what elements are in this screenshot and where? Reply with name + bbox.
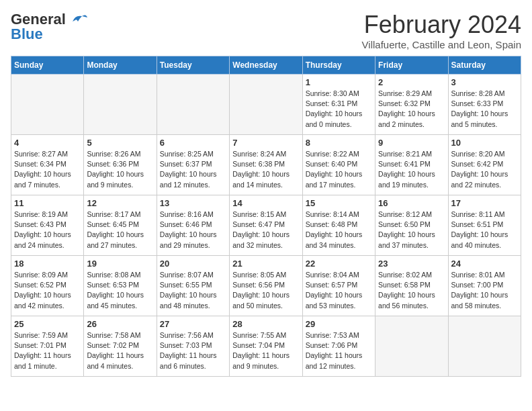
weekday-header-tuesday: Tuesday (157, 56, 229, 75)
weekday-header-sunday: Sunday (11, 56, 84, 75)
calendar-table: SundayMondayTuesdayWednesdayThursdayFrid… (11, 56, 521, 377)
day-cell: 12Sunrise: 8:17 AM Sunset: 6:45 PM Dayli… (84, 195, 157, 256)
day-cell: 3Sunrise: 8:28 AM Sunset: 6:33 PM Daylig… (448, 75, 521, 135)
day-number: 18 (14, 259, 81, 269)
day-info: Sunrise: 8:14 AM Sunset: 6:48 PM Dayligh… (306, 210, 372, 250)
day-cell: 17Sunrise: 8:11 AM Sunset: 6:51 PM Dayli… (448, 195, 521, 256)
day-info: Sunrise: 8:02 AM Sunset: 6:58 PM Dayligh… (378, 270, 445, 311)
day-number: 14 (232, 198, 299, 208)
day-number: 25 (14, 319, 81, 329)
week-row-5: 25Sunrise: 7:59 AM Sunset: 7:01 PM Dayli… (11, 316, 521, 377)
week-row-1: 1Sunrise: 8:30 AM Sunset: 6:31 PM Daylig… (11, 75, 521, 135)
day-number: 21 (232, 259, 299, 269)
week-row-3: 11Sunrise: 8:19 AM Sunset: 6:43 PM Dayli… (11, 195, 521, 256)
day-cell: 2Sunrise: 8:29 AM Sunset: 6:32 PM Daylig… (375, 75, 448, 135)
day-number: 22 (306, 259, 372, 269)
day-info: Sunrise: 8:04 AM Sunset: 6:57 PM Dayligh… (306, 270, 372, 311)
day-number: 1 (306, 77, 372, 87)
day-cell (230, 75, 302, 135)
title-area: February 2024 Villafuerte, Castille and … (362, 11, 521, 50)
day-cell: 10Sunrise: 8:20 AM Sunset: 6:42 PM Dayli… (448, 135, 521, 195)
header: General Blue February 2024 Villafuerte, … (11, 11, 521, 50)
weekday-header-monday: Monday (84, 56, 157, 75)
day-info: Sunrise: 8:12 AM Sunset: 6:50 PM Dayligh… (378, 210, 445, 250)
day-cell: 27Sunrise: 7:56 AM Sunset: 7:03 PM Dayli… (157, 316, 229, 377)
weekday-header-friday: Friday (375, 56, 448, 75)
day-cell (11, 75, 84, 135)
day-info: Sunrise: 7:56 AM Sunset: 7:03 PM Dayligh… (160, 330, 226, 371)
day-info: Sunrise: 8:29 AM Sunset: 6:32 PM Dayligh… (378, 89, 445, 130)
day-cell: 7Sunrise: 8:24 AM Sunset: 6:38 PM Daylig… (230, 135, 302, 195)
day-number: 8 (306, 138, 372, 148)
day-number: 17 (451, 198, 518, 208)
day-number: 27 (160, 319, 226, 329)
day-cell: 24Sunrise: 8:01 AM Sunset: 7:00 PM Dayli… (448, 256, 521, 316)
day-cell (84, 75, 157, 135)
day-cell (375, 316, 448, 377)
weekday-header-row: SundayMondayTuesdayWednesdayThursdayFrid… (11, 56, 521, 75)
day-info: Sunrise: 8:05 AM Sunset: 6:56 PM Dayligh… (232, 270, 299, 311)
day-cell: 13Sunrise: 8:16 AM Sunset: 6:46 PM Dayli… (157, 195, 229, 256)
day-cell: 9Sunrise: 8:21 AM Sunset: 6:41 PM Daylig… (375, 135, 448, 195)
day-cell: 15Sunrise: 8:14 AM Sunset: 6:48 PM Dayli… (302, 195, 375, 256)
day-cell: 21Sunrise: 8:05 AM Sunset: 6:56 PM Dayli… (230, 256, 302, 316)
day-number: 19 (87, 259, 153, 269)
day-cell: 29Sunrise: 7:53 AM Sunset: 7:06 PM Dayli… (302, 316, 375, 377)
day-number: 20 (160, 259, 226, 269)
day-number: 23 (378, 259, 445, 269)
day-info: Sunrise: 7:53 AM Sunset: 7:06 PM Dayligh… (306, 330, 372, 371)
day-info: Sunrise: 7:58 AM Sunset: 7:02 PM Dayligh… (87, 330, 153, 371)
calendar-title: February 2024 (362, 11, 521, 39)
day-info: Sunrise: 8:30 AM Sunset: 6:31 PM Dayligh… (306, 89, 372, 130)
day-info: Sunrise: 8:01 AM Sunset: 7:00 PM Dayligh… (451, 270, 518, 311)
day-cell: 19Sunrise: 8:08 AM Sunset: 6:53 PM Dayli… (84, 256, 157, 316)
day-info: Sunrise: 8:08 AM Sunset: 6:53 PM Dayligh… (87, 270, 153, 311)
day-cell: 22Sunrise: 8:04 AM Sunset: 6:57 PM Dayli… (302, 256, 375, 316)
day-info: Sunrise: 8:27 AM Sunset: 6:34 PM Dayligh… (14, 149, 81, 190)
day-number: 26 (87, 319, 153, 329)
day-info: Sunrise: 8:17 AM Sunset: 6:45 PM Dayligh… (87, 210, 153, 250)
logo-blue-text: Blue (11, 26, 43, 43)
day-info: Sunrise: 8:26 AM Sunset: 6:36 PM Dayligh… (87, 149, 153, 190)
day-info: Sunrise: 8:21 AM Sunset: 6:41 PM Dayligh… (378, 149, 445, 190)
weekday-header-wednesday: Wednesday (230, 56, 302, 75)
day-info: Sunrise: 8:25 AM Sunset: 6:37 PM Dayligh… (160, 149, 226, 190)
day-number: 4 (14, 138, 81, 148)
day-cell (157, 75, 229, 135)
day-number: 29 (306, 319, 372, 329)
day-number: 11 (14, 198, 81, 208)
day-cell: 5Sunrise: 8:26 AM Sunset: 6:36 PM Daylig… (84, 135, 157, 195)
day-info: Sunrise: 8:20 AM Sunset: 6:42 PM Dayligh… (451, 149, 518, 190)
day-info: Sunrise: 8:28 AM Sunset: 6:33 PM Dayligh… (451, 89, 518, 130)
calendar-subtitle: Villafuerte, Castille and Leon, Spain (362, 39, 521, 50)
day-cell: 23Sunrise: 8:02 AM Sunset: 6:58 PM Dayli… (375, 256, 448, 316)
day-cell: 1Sunrise: 8:30 AM Sunset: 6:31 PM Daylig… (302, 75, 375, 135)
day-cell: 4Sunrise: 8:27 AM Sunset: 6:34 PM Daylig… (11, 135, 84, 195)
day-info: Sunrise: 8:11 AM Sunset: 6:51 PM Dayligh… (451, 210, 518, 250)
day-info: Sunrise: 8:24 AM Sunset: 6:38 PM Dayligh… (232, 149, 299, 190)
week-row-4: 18Sunrise: 8:09 AM Sunset: 6:52 PM Dayli… (11, 256, 521, 316)
day-info: Sunrise: 8:19 AM Sunset: 6:43 PM Dayligh… (14, 210, 81, 250)
day-info: Sunrise: 8:16 AM Sunset: 6:46 PM Dayligh… (160, 210, 226, 250)
day-number: 13 (160, 198, 226, 208)
week-row-2: 4Sunrise: 8:27 AM Sunset: 6:34 PM Daylig… (11, 135, 521, 195)
day-number: 3 (451, 77, 518, 87)
day-info: Sunrise: 8:22 AM Sunset: 6:40 PM Dayligh… (306, 149, 372, 190)
day-cell: 14Sunrise: 8:15 AM Sunset: 6:47 PM Dayli… (230, 195, 302, 256)
day-number: 24 (451, 259, 518, 269)
day-number: 6 (160, 138, 226, 148)
day-number: 9 (378, 138, 445, 148)
logo-bird-icon (69, 12, 87, 27)
day-cell: 26Sunrise: 7:58 AM Sunset: 7:02 PM Dayli… (84, 316, 157, 377)
day-number: 15 (306, 198, 372, 208)
day-info: Sunrise: 8:07 AM Sunset: 6:55 PM Dayligh… (160, 270, 226, 311)
day-cell: 8Sunrise: 8:22 AM Sunset: 6:40 PM Daylig… (302, 135, 375, 195)
day-cell: 25Sunrise: 7:59 AM Sunset: 7:01 PM Dayli… (11, 316, 84, 377)
weekday-header-thursday: Thursday (302, 56, 375, 75)
day-cell: 11Sunrise: 8:19 AM Sunset: 6:43 PM Dayli… (11, 195, 84, 256)
day-info: Sunrise: 8:09 AM Sunset: 6:52 PM Dayligh… (14, 270, 81, 311)
day-number: 12 (87, 198, 153, 208)
day-info: Sunrise: 7:55 AM Sunset: 7:04 PM Dayligh… (232, 330, 299, 371)
day-number: 5 (87, 138, 153, 148)
day-cell: 28Sunrise: 7:55 AM Sunset: 7:04 PM Dayli… (230, 316, 302, 377)
